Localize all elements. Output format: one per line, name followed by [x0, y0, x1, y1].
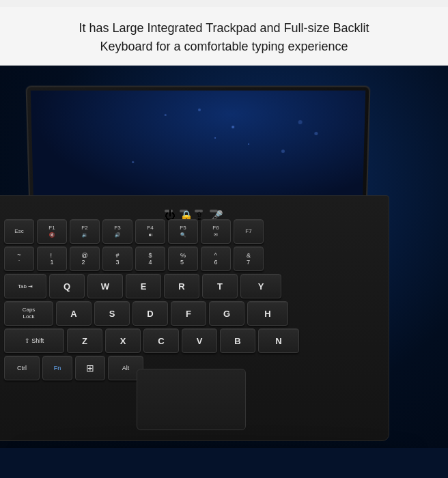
key-b[interactable]: B: [220, 328, 255, 353]
laptop: ⏻ 🔒 ⇪ 🎤 Esc F1🔇 F2🔉 F3🔊 F4⏯ F5🔍 F6✉ F7: [0, 86, 448, 448]
key-c[interactable]: C: [143, 328, 179, 353]
key-q[interactable]: Q: [49, 274, 85, 298]
laptop-container: ⏻ 🔒 ⇪ 🎤 Esc F1🔇 F2🔉 F3🔊 F4⏯ F5🔍 F6✉ F7: [0, 66, 448, 448]
header-line1: It has Large Integrated Trackpad and Ful…: [79, 21, 369, 35]
key-g[interactable]: G: [209, 301, 244, 326]
lock-indicator: 🔒: [180, 210, 188, 212]
top-bar: [0, 0, 448, 7]
key-tilde[interactable]: ~`: [4, 247, 34, 271]
key-caps-lock[interactable]: CapsLock: [4, 301, 53, 326]
key-ctrl[interactable]: Ctrl: [4, 356, 40, 380]
key-6[interactable]: ^6: [201, 247, 231, 271]
header-section: It has Large Integrated Trackpad and Ful…: [0, 7, 448, 66]
keyboard: Esc F1🔇 F2🔉 F3🔊 F4⏯ F5🔍 F6✉ F7 ~` !1: [4, 219, 378, 380]
key-f6[interactable]: F6✉: [201, 219, 231, 244]
key-d[interactable]: D: [132, 301, 168, 326]
key-row-asdf: CapsLock A S D F G H: [4, 301, 378, 326]
key-v[interactable]: V: [182, 328, 217, 353]
key-n[interactable]: N: [258, 328, 299, 353]
key-fn[interactable]: Fn: [42, 356, 72, 380]
key-a[interactable]: A: [56, 301, 92, 326]
caps-indicator: ⇪: [195, 210, 203, 212]
key-shift[interactable]: ⇧ Shift: [4, 328, 64, 353]
key-row-qwerty: Tab ⇥ Q W E R T Y: [4, 274, 378, 298]
keyboard-base: ⏻ 🔒 ⇪ 🎤 Esc F1🔇 F2🔉 F3🔊 F4⏯ F5🔍 F6✉ F7: [0, 195, 389, 441]
key-f7[interactable]: F7: [234, 219, 264, 244]
key-7[interactable]: &7: [234, 247, 264, 271]
laptop-lid: [26, 85, 371, 208]
key-f1[interactable]: F1🔇: [37, 219, 67, 244]
key-e[interactable]: E: [126, 274, 161, 298]
indicator-lights: ⏻ 🔒 ⇪ 🎤: [4, 210, 378, 212]
key-h[interactable]: H: [247, 301, 288, 326]
mic-indicator: 🎤: [210, 210, 218, 212]
key-row-numbers: ~` !1 @2 #3 $4 %5: [4, 247, 378, 271]
key-r[interactable]: R: [164, 274, 199, 298]
key-4[interactable]: $4: [135, 247, 165, 271]
key-esc[interactable]: Esc: [4, 219, 34, 244]
key-tab[interactable]: Tab ⇥: [4, 274, 46, 298]
key-w[interactable]: W: [87, 274, 123, 298]
key-s[interactable]: S: [94, 301, 130, 326]
key-f4[interactable]: F4⏯: [135, 219, 165, 244]
key-x[interactable]: X: [105, 328, 141, 353]
key-windows[interactable]: ⊞: [75, 356, 105, 380]
key-y[interactable]: Y: [240, 274, 281, 298]
trackpad[interactable]: [137, 369, 246, 430]
key-1[interactable]: !1: [37, 247, 67, 271]
key-f5[interactable]: F5🔍: [168, 219, 198, 244]
key-5[interactable]: %5: [168, 247, 198, 271]
key-row-zxcv: ⇧ Shift Z X C V B N: [4, 328, 378, 353]
header-line2: Keyboard for a comfortable typing experi…: [100, 40, 348, 53]
key-row-function: Esc F1🔇 F2🔉 F3🔊 F4⏯ F5🔍 F6✉ F7: [4, 219, 378, 244]
key-f3[interactable]: F3🔊: [102, 219, 132, 244]
power-indicator: ⏻: [165, 210, 173, 212]
key-f[interactable]: F: [171, 301, 206, 326]
key-3[interactable]: #3: [102, 247, 132, 271]
key-t[interactable]: T: [202, 274, 238, 298]
key-2[interactable]: @2: [70, 247, 100, 271]
key-z[interactable]: Z: [67, 328, 102, 353]
laptop-screen: [31, 91, 365, 207]
key-f2[interactable]: F2🔉: [70, 219, 100, 244]
